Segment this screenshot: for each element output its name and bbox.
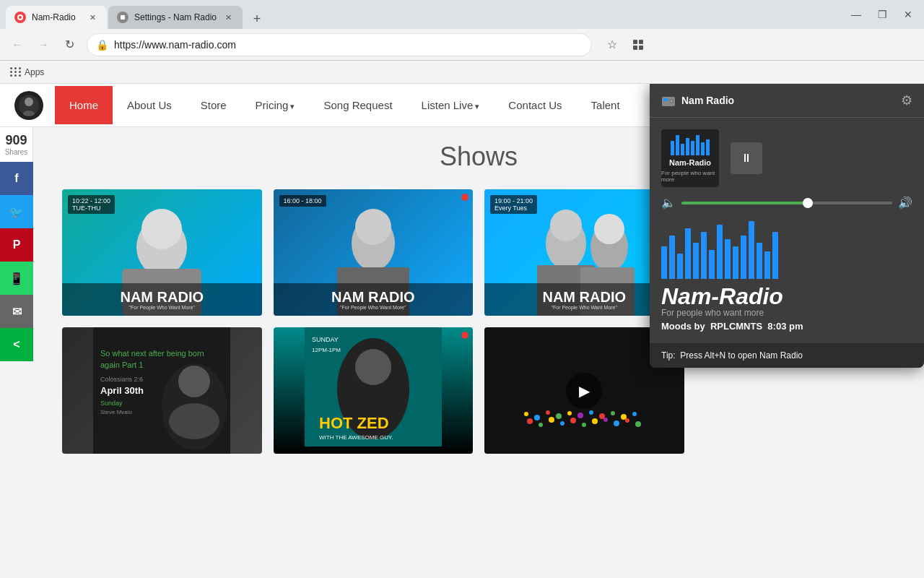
whatsapp-share-button[interactable]: 📱 [0,262,33,295]
svg-text:WITH THE AWESOME GUY.: WITH THE AWESOME GUY. [319,434,393,441]
share-number: 909 [3,133,30,148]
popup-logo-text: Nam-Radio [669,158,711,167]
svg-point-12 [141,209,182,249]
volume-thumb[interactable] [803,198,813,208]
pause-button[interactable]: ⏸ [731,142,762,174]
svg-point-47 [570,418,576,423]
nav-pricing[interactable]: Pricing [241,86,310,124]
volume-fill [681,202,808,204]
apps-label: Apps [25,67,44,77]
extensions-icon[interactable] [627,33,650,56]
svg-text:SUNDAY: SUNDAY [312,336,339,343]
nav-home[interactable]: Home [55,86,113,124]
new-tab-button[interactable]: + [247,9,267,29]
svg-point-1 [19,16,22,19]
show-card-6[interactable]: SUNDAY 12PM-1PM HOT ZED WITH THE AWESOME… [274,327,474,454]
apps-grid-icon [10,67,22,77]
popup-radio-icon [661,93,676,108]
eq-bar-9 [725,239,731,279]
svg-text:Colossians 2:6: Colossians 2:6 [100,376,143,383]
now-playing: Nam-Radio For people who want more Moods… [661,285,912,332]
svg-point-49 [592,418,598,424]
nav-talent[interactable]: Talent [577,86,635,124]
tip-bar: Tip: Press Alt+N to open Nam Radio [650,343,924,368]
svg-point-33 [178,366,210,397]
back-button[interactable]: ← [6,33,29,56]
share-button[interactable]: < [0,328,33,361]
eq-bar-5 [693,243,699,279]
eq-bar-8 [717,225,723,279]
nav-song-request[interactable]: Song Request [310,86,407,124]
svg-point-64 [632,412,637,416]
site-logo [14,91,43,120]
volume-low-icon: 🔈 [661,196,676,210]
now-playing-tagline: For people who want more [661,308,912,318]
play-button-card-7[interactable]: ▶ [566,373,602,409]
svg-point-39 [355,349,391,385]
tab-settings[interactable]: Settings - Nam Radio ✕ [108,6,243,29]
url-text: https://www.nam-radio.com [114,39,236,51]
now-playing-title: Nam-Radio [661,285,912,308]
email-share-button[interactable]: ✉ [0,295,33,328]
pinterest-share-button[interactable]: P [0,228,33,262]
svg-point-43 [527,418,533,424]
tab-title-radio: Nam-Radio [32,12,81,22]
tab-close-settings[interactable]: ✕ [222,12,234,23]
webpage: 909 Shares f 🐦 P 📱 ✉ < [0,84,924,578]
show-card-1[interactable]: 10:22 - 12:00TUE-THU NAM RADIO "For Peop… [62,189,262,316]
show-card-5[interactable]: So what next after being born again Part… [62,327,262,454]
show-nam-badge-2: NAM RADIO "For People Who Want More" [274,283,474,316]
svg-point-52 [625,418,629,423]
popup-gear-button[interactable]: ⚙ [901,92,912,108]
svg-point-8 [25,98,33,106]
forward-button[interactable]: → [32,33,55,56]
nav-about[interactable]: About Us [113,86,186,124]
popup-title: Nam Radio [681,95,895,106]
svg-rect-4 [639,40,643,44]
apps-button[interactable]: Apps [6,66,48,79]
extension-popup: Nam Radio ⚙ [650,84,924,368]
live-dot-6 [461,332,468,339]
reload-button[interactable]: ↻ [58,33,81,56]
nav-store[interactable]: Store [186,86,241,124]
address-bar: ← → ↻ 🔒 https://www.nam-radio.com ☆ [0,29,924,61]
svg-point-53 [635,421,641,427]
facebook-share-button[interactable]: f [0,162,33,195]
svg-point-18 [550,210,582,241]
minimize-button[interactable]: — [846,4,866,25]
close-button[interactable]: ✕ [898,4,918,25]
popup-player-row: Nam-Radio For people who want more ⏸ [661,129,912,187]
volume-slider[interactable] [681,202,892,204]
popup-header: Nam Radio ⚙ [650,84,924,118]
security-icon: 🔒 [96,39,108,51]
eq-bar-15 [772,232,778,279]
popup-logo-sub: For people who want more [661,170,719,183]
title-bar: Nam-Radio ✕ Settings - Nam Radio ✕ + — ❐… [0,0,924,29]
eq-bar-2 [669,236,675,279]
svg-text:HOT ZED: HOT ZED [319,414,389,432]
nav-listen-live[interactable]: Listen Live [407,86,494,124]
twitter-share-button[interactable]: 🐦 [0,195,33,228]
svg-text:Sunday: Sunday [100,400,123,407]
tab-close-radio[interactable]: ✕ [87,12,98,23]
svg-rect-6 [639,46,643,50]
show-card-inner-1: 10:22 - 12:00TUE-THU NAM RADIO "For Peop… [62,189,262,316]
svg-text:So what next after being born: So what next after being born [100,349,204,358]
show-card-2[interactable]: 16:00 - 18:00 NAM RADIO "For People Who … [274,189,474,316]
bookmark-icon[interactable]: ☆ [601,33,624,56]
nav-contact[interactable]: Contact Us [494,86,576,124]
svg-rect-2 [121,15,125,20]
eq-bar-1 [661,246,667,279]
svg-point-51 [614,420,619,426]
window-controls: — ❐ ✕ [846,4,918,25]
now-playing-moods: Moods by RPLCMNTS 8:03 pm [661,321,912,332]
tab-title-settings: Settings - Nam Radio [134,12,217,22]
tab-nam-radio[interactable]: Nam-Radio ✕ [6,6,107,29]
restore-button[interactable]: ❐ [872,4,892,25]
url-bar[interactable]: 🔒 https://www.nam-radio.com [87,33,592,56]
svg-point-58 [567,411,572,415]
show-card-inner-6: SUNDAY 12PM-1PM HOT ZED WITH THE AWESOME… [274,327,474,454]
address-actions: ☆ [601,33,650,56]
moods-time: 8:03 pm [767,321,803,332]
eq-bar-4 [685,228,691,279]
